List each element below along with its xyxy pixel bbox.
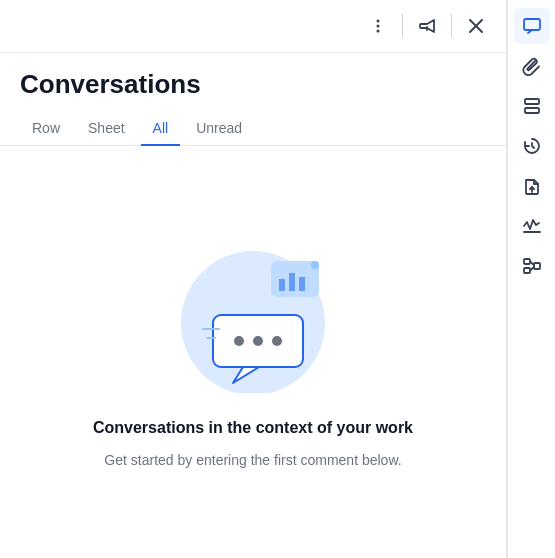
panel-title: Conversations: [0, 53, 506, 112]
tab-row[interactable]: Row: [20, 112, 72, 146]
svg-rect-25: [524, 268, 530, 273]
empty-state-illustration: [163, 233, 343, 393]
main-panel: Conversations Row Sheet All Unread: [0, 0, 507, 558]
sidebar-item-activity[interactable]: [514, 208, 550, 244]
svg-rect-19: [524, 19, 540, 30]
svg-point-14: [234, 336, 244, 346]
toolbar-divider-2: [451, 14, 452, 38]
svg-rect-24: [524, 259, 530, 264]
sidebar-item-history[interactable]: [514, 128, 550, 164]
svg-point-15: [253, 336, 263, 346]
svg-point-0: [377, 20, 380, 23]
empty-state-title: Conversations in the context of your wor…: [93, 417, 413, 439]
svg-rect-26: [534, 263, 540, 269]
empty-state-description: Get started by entering the first commen…: [104, 450, 401, 471]
sidebar-item-attachment[interactable]: [514, 48, 550, 84]
svg-rect-7: [279, 279, 285, 291]
top-toolbar: [0, 0, 506, 53]
tab-all[interactable]: All: [141, 112, 181, 146]
svg-rect-21: [525, 108, 539, 113]
tab-unread[interactable]: Unread: [184, 112, 254, 146]
svg-rect-8: [289, 273, 295, 291]
svg-point-16: [272, 336, 282, 346]
svg-rect-20: [525, 99, 539, 104]
announce-button[interactable]: [409, 8, 445, 44]
toolbar-divider: [402, 14, 403, 38]
sidebar-item-layers[interactable]: [514, 88, 550, 124]
sidebar-item-relations[interactable]: [514, 248, 550, 284]
sidebar-item-document[interactable]: [514, 168, 550, 204]
sidebar-item-conversations[interactable]: [514, 8, 550, 44]
tab-sheet[interactable]: Sheet: [76, 112, 137, 146]
close-button[interactable]: [458, 8, 494, 44]
right-sidebar: [507, 0, 555, 558]
more-button[interactable]: [360, 8, 396, 44]
tabs-bar: Row Sheet All Unread: [0, 112, 506, 146]
svg-point-10: [311, 261, 319, 269]
content-area: Conversations in the context of your wor…: [0, 146, 506, 558]
svg-point-1: [377, 25, 380, 28]
svg-rect-9: [299, 277, 305, 291]
svg-point-2: [377, 30, 380, 33]
